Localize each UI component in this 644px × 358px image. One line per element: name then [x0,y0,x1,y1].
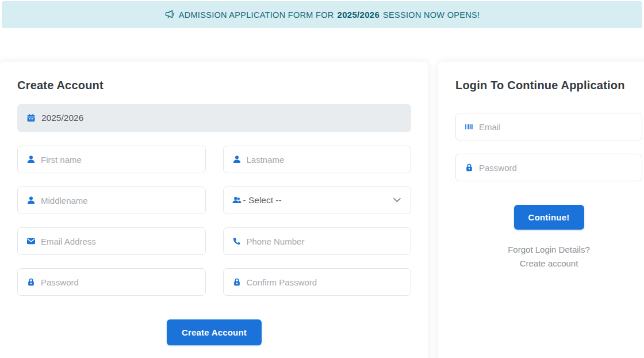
banner-session: 2025/2026 [338,10,380,20]
gender-select[interactable]: - Select -- [223,186,412,214]
barcode-icon [465,122,474,131]
password-input[interactable] [18,269,205,295]
banner-text-after: SESSION NOW OPENS! [383,10,480,20]
create-account-link[interactable]: Create account [455,257,642,271]
phone-input[interactable] [224,228,411,254]
email-field [17,227,206,255]
create-account-form: - Select -- [17,146,411,296]
middlename-input[interactable] [18,187,205,214]
phone-field [223,227,412,255]
lastname-field [223,146,412,173]
login-card: Login To Continue Application Continue! … [438,62,644,358]
lock-icon [465,163,474,172]
user-icon [26,155,36,164]
forgot-login-link[interactable]: Forgot Login Details? [455,243,642,257]
continue-button[interactable]: Continue! [514,205,584,230]
phone-icon [232,237,241,246]
lastname-input[interactable] [224,146,411,173]
confirm-password-input[interactable] [224,269,411,295]
chevron-down-icon [393,198,401,203]
middlename-field [17,186,206,214]
calendar-icon [26,113,36,123]
firstname-field [17,146,206,173]
megaphone-icon [164,10,175,20]
envelope-icon [26,237,36,246]
announcement-banner: ADMISSION APPLICATION FORM FOR 2025/2026… [2,1,642,28]
lock-icon [26,277,36,287]
user-icon [26,196,36,205]
users-icon [232,196,241,205]
login-form [455,113,642,181]
login-email-input[interactable] [456,113,642,140]
create-account-card: Create Account 2025/2026 [0,62,428,358]
banner-text-before: ADMISSION APPLICATION FORM FOR [179,10,334,20]
lock-icon [232,277,241,287]
firstname-input[interactable] [18,146,205,173]
user-icon [232,155,241,164]
session-field: 2025/2026 [17,104,411,132]
login-password-input[interactable] [456,154,642,181]
login-password-field [455,154,642,181]
login-email-field [455,113,642,140]
session-value: 2025/2026 [41,113,83,123]
create-account-title: Create Account [17,79,411,92]
confirm-password-field [223,268,412,296]
create-account-button[interactable]: Create Account [167,319,262,345]
email-input[interactable] [18,228,205,254]
login-title: Login To Continue Application [455,79,642,92]
password-field [17,268,206,296]
